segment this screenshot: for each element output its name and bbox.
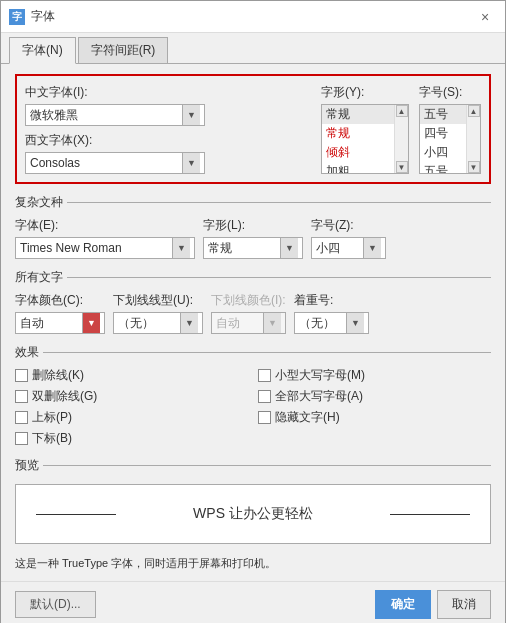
alltext-fields-row: 字体颜色(C): 自动 ▼ 下划线线型(U): （无） ▼	[15, 292, 491, 334]
tab-spacing[interactable]: 字符间距(R)	[78, 37, 169, 63]
font-color-combo[interactable]: 自动 ▼	[15, 312, 105, 334]
primary-font-section: 中文字体(I): 微软雅黑 ▼ 西文字体(X): Consolas ▼	[15, 74, 491, 184]
chevron-down-icon: ▼	[351, 318, 360, 328]
strikethrough-row: 删除线(K)	[15, 367, 248, 384]
strikethrough-label: 删除线(K)	[32, 367, 84, 384]
all-caps-label: 全部大写字母(A)	[275, 388, 363, 405]
chinese-font-dropdown-btn[interactable]: ▼	[182, 105, 200, 125]
double-strikethrough-checkbox[interactable]	[15, 390, 28, 403]
dialog-content: 中文字体(I): 微软雅黑 ▼ 西文字体(X): Consolas ▼	[1, 64, 505, 581]
dialog-icon: 字	[9, 9, 25, 25]
all-caps-checkbox[interactable]	[258, 390, 271, 403]
effects-section-title: 效果	[15, 344, 39, 361]
underline-color-value: 自动	[216, 315, 263, 332]
close-button[interactable]: ×	[473, 7, 497, 27]
tab-bar: 字体(N) 字符间距(R)	[1, 33, 505, 64]
emphasis-dropdown-btn[interactable]: ▼	[346, 313, 364, 333]
underline-color-field: 下划线颜色(I): 自动 ▼	[211, 292, 286, 334]
style-scrollbar[interactable]: ▲ ▼	[394, 105, 408, 173]
complex-font-dropdown-btn[interactable]: ▼	[172, 238, 190, 258]
superscript-row: 上标(P)	[15, 409, 248, 426]
underline-dropdown-btn[interactable]: ▼	[180, 313, 198, 333]
preview-text: WPS 让办公更轻松	[193, 505, 313, 523]
superscript-checkbox[interactable]	[15, 411, 28, 424]
complex-size-dropdown-btn[interactable]: ▼	[363, 238, 381, 258]
font-fields-left: 中文字体(I): 微软雅黑 ▼ 西文字体(X): Consolas ▼	[25, 84, 311, 174]
complex-style-value: 常规	[208, 240, 280, 257]
preview-divider-line	[43, 465, 491, 466]
ok-button[interactable]: 确定	[375, 590, 431, 619]
preview-line-right	[390, 514, 470, 515]
size-scroll-down[interactable]: ▼	[468, 161, 480, 173]
cancel-button[interactable]: 取消	[437, 590, 491, 619]
complex-style-field: 字形(L): 常规 ▼	[203, 217, 303, 259]
complex-style-label: 字形(L):	[203, 217, 303, 234]
western-font-combo[interactable]: Consolas ▼	[25, 152, 205, 174]
alltext-divider: 所有文字	[15, 269, 491, 286]
size-scroll-up[interactable]: ▲	[468, 105, 480, 117]
size-listbox[interactable]: 五号 四号 小四 五号 ▲ ▼	[419, 104, 481, 174]
chinese-font-label: 中文字体(I):	[25, 84, 311, 101]
default-button[interactable]: 默认(D)...	[15, 591, 96, 618]
underline-label: 下划线线型(U):	[113, 292, 203, 309]
size-label: 字号(S):	[419, 84, 481, 101]
complex-font-label: 字体(E):	[15, 217, 195, 234]
western-font-value: Consolas	[30, 156, 182, 170]
chinese-font-value: 微软雅黑	[30, 107, 182, 124]
font-color-dropdown-btn[interactable]: ▼	[82, 313, 100, 333]
all-caps-row: 全部大写字母(A)	[258, 388, 491, 405]
title-bar: 字 字体 ×	[1, 1, 505, 33]
effects-divider-line	[43, 352, 491, 353]
western-font-label: 西文字体(X):	[25, 132, 311, 149]
title-bar-left: 字 字体	[9, 8, 55, 25]
effects-divider: 效果	[15, 344, 491, 361]
emphasis-label: 着重号:	[294, 292, 369, 309]
emphasis-combo[interactable]: （无） ▼	[294, 312, 369, 334]
style-scroll-up[interactable]: ▲	[396, 105, 408, 117]
complex-style-combo[interactable]: 常规 ▼	[203, 237, 303, 259]
style-label: 字形(Y):	[321, 84, 409, 101]
chevron-down-icon: ▼	[285, 243, 294, 253]
western-font-dropdown-btn[interactable]: ▼	[182, 153, 200, 173]
chinese-font-combo[interactable]: 微软雅黑 ▼	[25, 104, 205, 126]
alltext-divider-line	[67, 277, 491, 278]
complex-size-label: 字号(Z):	[311, 217, 386, 234]
font-color-value: 自动	[20, 315, 82, 332]
underline-value: （无）	[118, 315, 180, 332]
effects-section: 效果 删除线(K) 小型大写字母(M) 双删除线(G) 全部	[15, 342, 491, 447]
chevron-down-icon: ▼	[177, 243, 186, 253]
all-text-section: 所有文字 字体颜色(C): 自动 ▼ 下划线线型(U): （无） ▼	[15, 267, 491, 334]
hint-text: 这是一种 TrueType 字体，同时适用于屏幕和打印机。	[15, 556, 491, 571]
complex-font-combo[interactable]: Times New Roman ▼	[15, 237, 195, 259]
preview-section-title: 预览	[15, 457, 39, 474]
chinese-font-field: 中文字体(I): 微软雅黑 ▼	[25, 84, 311, 126]
underline-color-dropdown-btn: ▼	[263, 313, 281, 333]
complex-divider: 复杂文种	[15, 194, 491, 211]
underline-field: 下划线线型(U): （无） ▼	[113, 292, 203, 334]
size-scrollbar[interactable]: ▲ ▼	[466, 105, 480, 173]
double-strikethrough-row: 双删除线(G)	[15, 388, 248, 405]
underline-combo[interactable]: （无） ▼	[113, 312, 203, 334]
font-dialog: 字 字体 × 字体(N) 字符间距(R) 中文字体(I): 微软雅黑 ▼	[0, 0, 506, 623]
effects-grid: 删除线(K) 小型大写字母(M) 双删除线(G) 全部大写字母(A) 上标(P)	[15, 367, 491, 447]
small-caps-checkbox[interactable]	[258, 369, 271, 382]
complex-style-dropdown-btn[interactable]: ▼	[280, 238, 298, 258]
style-field: 字形(Y): 常规 常规 倾斜 加粗 ▲ ▼	[321, 84, 409, 174]
font-color-label: 字体颜色(C):	[15, 292, 105, 309]
complex-size-combo[interactable]: 小四 ▼	[311, 237, 386, 259]
strikethrough-checkbox[interactable]	[15, 369, 28, 382]
chevron-down-icon: ▼	[368, 243, 377, 253]
tab-font[interactable]: 字体(N)	[9, 37, 76, 64]
hidden-checkbox[interactable]	[258, 411, 271, 424]
superscript-label: 上标(P)	[32, 409, 72, 426]
preview-section: 预览 WPS 让办公更轻松	[15, 455, 491, 548]
bottom-bar: 默认(D)... 确定 取消	[1, 581, 505, 623]
complex-font-value: Times New Roman	[20, 241, 172, 255]
style-listbox[interactable]: 常规 常规 倾斜 加粗 ▲ ▼	[321, 104, 409, 174]
style-scroll-down[interactable]: ▼	[396, 161, 408, 173]
preview-box: WPS 让办公更轻松	[15, 484, 491, 544]
complex-size-value: 小四	[316, 240, 363, 257]
subscript-checkbox[interactable]	[15, 432, 28, 445]
chevron-down-icon: ▼	[187, 110, 196, 120]
underline-color-combo: 自动 ▼	[211, 312, 286, 334]
